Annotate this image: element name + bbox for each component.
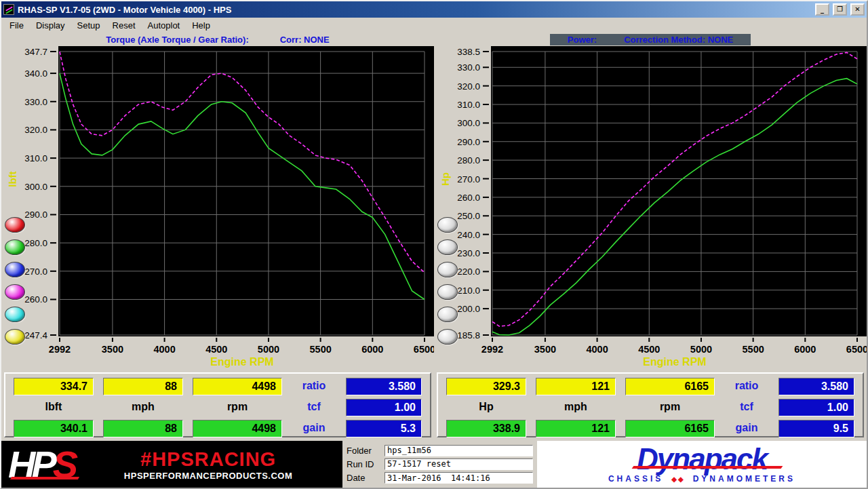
svg-text:340.0: 340.0 [24, 69, 47, 79]
gain-value: 5.3 [346, 420, 422, 437]
dynapack-logo: Dynapack [637, 445, 767, 473]
svg-text:4000: 4000 [153, 344, 175, 355]
readouts-row: 334.7 88 4498 ratio 3.580 lbft mph rpm t… [1, 369, 867, 441]
maximize-button[interactable]: ❐ [833, 3, 847, 16]
svg-text:260.0: 260.0 [24, 294, 47, 305]
speed-live-value: 88 [103, 378, 183, 395]
svg-text:6000: 6000 [361, 344, 383, 355]
torque-channel-button[interactable] [5, 329, 25, 345]
hps-logo-swoosh [10, 477, 79, 480]
power-panel: Power: Correction Method: NONE 338.5330.… [434, 33, 867, 369]
folder-label: Folder [347, 446, 380, 456]
window-title: RHAS-SP V1.7-05 (2WD - Motor Vehicle 400… [18, 5, 812, 15]
rpm-live-value: 6165 [625, 378, 715, 395]
torque-peak-value: 340.1 [14, 420, 94, 437]
power-chart: 338.5330.0320.0310.0300.0290.0280.0270.0… [435, 46, 867, 369]
dynapack-swoosh [632, 466, 783, 469]
menu-item-setup[interactable]: Setup [72, 19, 106, 32]
power-corr-label: Correction Method: NONE [624, 35, 733, 45]
folder-input[interactable] [384, 445, 533, 456]
speed-peak-value: 88 [103, 420, 183, 437]
torque-header-label: Torque (Axle Torque / Gear Ratio): [106, 35, 248, 45]
speed-peak-value: 121 [536, 420, 616, 437]
menu-item-reset[interactable]: Reset [107, 19, 141, 32]
torque-header: Torque (Axle Torque / Gear Ratio): Corr:… [1, 33, 434, 46]
svg-text:2992: 2992 [49, 344, 71, 355]
svg-text:3500: 3500 [102, 344, 123, 355]
minimize-button[interactable]: _ [815, 3, 829, 16]
power-unit-label: Hp [446, 399, 526, 416]
dynapack-subtitle: CHASSIS ◆◆ DYNAMOMETERS [608, 474, 795, 484]
svg-text:220.0: 220.0 [457, 267, 480, 277]
svg-text:300.0: 300.0 [457, 118, 480, 128]
svg-text:230.0: 230.0 [457, 248, 480, 258]
rpm-peak-value: 6165 [625, 420, 715, 437]
svg-text:310.0: 310.0 [24, 153, 47, 163]
hps-website: HPSPERFORMANCEPRODUCTS.COM [124, 471, 292, 481]
svg-text:270.0: 270.0 [24, 267, 47, 277]
torque-channel-button[interactable] [5, 262, 25, 277]
power-channel-button[interactable] [437, 329, 458, 345]
svg-text:200.0: 200.0 [457, 304, 480, 314]
title-bar[interactable]: RHAS-SP V1.7-05 (2WD - Motor Vehicle 400… [1, 1, 867, 18]
menu-bar: File Display Setup Reset Autoplot Help [1, 18, 867, 33]
dynapack-branding: Dynapack CHASSIS ◆◆ DYNAMOMETERS [537, 441, 867, 488]
power-channel-button[interactable] [437, 239, 458, 255]
menu-item-help[interactable]: Help [186, 19, 216, 32]
menu-item-autoplot[interactable]: Autoplot [142, 19, 186, 32]
ratio-value: 3.580 [346, 378, 422, 395]
torque-chart: 347.7340.0330.0320.0310.0300.0290.0280.0… [3, 46, 434, 369]
torque-channel-button[interactable] [5, 239, 25, 255]
power-channel-button[interactable] [437, 217, 458, 233]
dynapack-dynamometers-label: DYNAMOMETERS [693, 474, 795, 484]
svg-text:5500: 5500 [743, 344, 764, 355]
date-row: Date [347, 472, 533, 484]
date-input[interactable] [384, 472, 533, 484]
svg-text:290.0: 290.0 [24, 210, 47, 220]
torque-channel-button[interactable] [5, 307, 25, 322]
tcf-label: tcf [292, 399, 336, 416]
torque-panel: Torque (Axle Torque / Gear Ratio): Corr:… [1, 33, 434, 369]
svg-text:320.0: 320.0 [24, 125, 47, 135]
svg-text:5000: 5000 [690, 344, 712, 355]
svg-text:300.0: 300.0 [24, 182, 47, 192]
power-channel-button[interactable] [437, 284, 458, 300]
svg-text:260.0: 260.0 [457, 193, 480, 203]
svg-text:280.0: 280.0 [24, 238, 47, 248]
run-id-input[interactable] [384, 458, 533, 470]
torque-channel-button[interactable] [5, 217, 25, 233]
svg-text:240.0: 240.0 [457, 230, 480, 240]
power-channel-buttons [437, 217, 458, 345]
rpm-unit-label: rpm [193, 399, 282, 416]
torque-unit-label: lbft [14, 399, 94, 416]
svg-text:Engine RPM: Engine RPM [210, 356, 273, 368]
charts-area: Torque (Axle Torque / Gear Ratio): Corr:… [1, 33, 867, 369]
hps-logo: HPS [8, 446, 74, 482]
torque-channel-button[interactable] [5, 284, 25, 300]
power-channel-button[interactable] [437, 262, 458, 277]
speed-live-value: 121 [536, 378, 616, 395]
svg-text:330.0: 330.0 [457, 62, 480, 73]
power-header-strip: Power: Correction Method: NONE [550, 34, 751, 45]
run-id-label: Run ID [347, 459, 380, 469]
menu-item-file[interactable]: File [4, 19, 29, 32]
rpm-live-value: 4498 [193, 378, 282, 395]
gain-label: gain [292, 420, 336, 437]
power-readout-group: 329.3 121 6165 ratio 3.580 Hp mph rpm tc… [437, 372, 864, 437]
svg-text:lbft: lbft [7, 171, 18, 187]
power-channel-button[interactable] [437, 307, 458, 322]
ratio-value: 3.580 [778, 378, 854, 395]
svg-text:290.0: 290.0 [457, 137, 480, 147]
run-info-panel: Folder Run ID Date [342, 441, 537, 488]
app-icon [3, 4, 14, 15]
torque-live-value: 334.7 [14, 378, 94, 395]
dynapack-wordmark: Dynapack [637, 442, 767, 475]
menu-item-display[interactable]: Display [31, 19, 71, 32]
svg-text:4500: 4500 [205, 344, 227, 355]
speed-unit-label: mph [103, 399, 183, 416]
close-button[interactable]: ✕ [850, 3, 865, 16]
svg-text:Hp: Hp [439, 172, 451, 186]
gain-label: gain [724, 420, 769, 437]
ratio-label: ratio [292, 378, 336, 395]
dynapack-chassis-label: CHASSIS [608, 474, 663, 484]
